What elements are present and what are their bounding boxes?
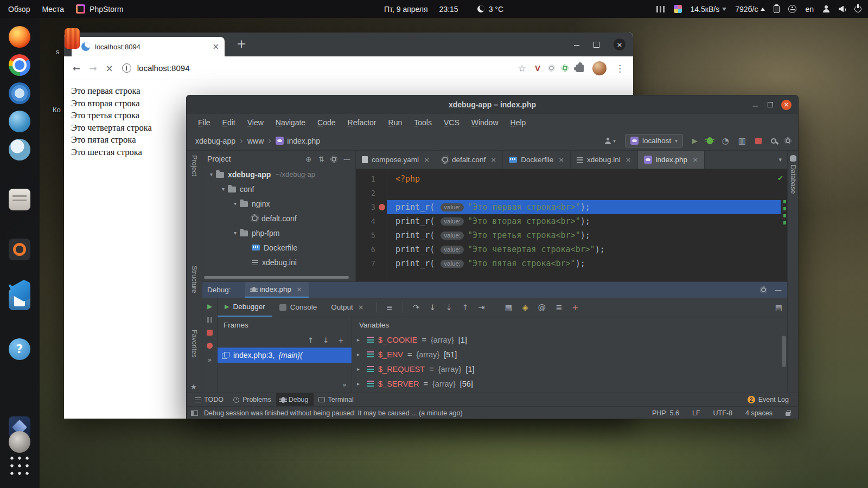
- collapse-chevron-icon[interactable]: ▸: [357, 337, 362, 343]
- tab-close-icon[interactable]: ×: [424, 156, 430, 164]
- locate-file-icon[interactable]: ⊕: [305, 155, 311, 163]
- debug-button[interactable]: [707, 137, 713, 144]
- threads-view-icon[interactable]: ≡: [386, 303, 393, 312]
- tab-close-icon[interactable]: ×: [626, 156, 631, 164]
- resume-button[interactable]: ▶: [207, 303, 212, 310]
- window-minimize-button[interactable]: –: [574, 42, 579, 47]
- power-icon[interactable]: [854, 5, 861, 12]
- output-tab[interactable]: Output ×: [324, 298, 371, 317]
- add-watch-icon[interactable]: +: [572, 303, 578, 312]
- inspections-ok-icon[interactable]: ✔: [777, 174, 783, 182]
- tab-close-icon[interactable]: ×: [692, 156, 698, 164]
- new-tab-button[interactable]: +: [233, 36, 250, 53]
- address-bar[interactable]: localhost:8094: [137, 63, 509, 73]
- step-over-icon[interactable]: ↷: [413, 303, 419, 312]
- expanded-chevron-icon[interactable]: ▾: [219, 186, 228, 192]
- code-line[interactable]: 6print_r( value:"Это четвертая строка<br…: [356, 242, 787, 256]
- next-frame-icon[interactable]: ↓: [323, 336, 329, 344]
- network-speed-up[interactable]: 792б/c: [735, 5, 765, 14]
- frames-more-icon[interactable]: »: [342, 381, 347, 389]
- collapse-chevron-icon[interactable]: ▸: [357, 351, 362, 357]
- step-into-icon[interactable]: ↓: [429, 303, 436, 312]
- tab-close-icon[interactable]: ×: [490, 156, 496, 164]
- window-close-button[interactable]: ×: [614, 38, 626, 50]
- event-log-button[interactable]: 2 Event Log: [743, 393, 794, 406]
- debug-settings-gear-icon[interactable]: [761, 287, 766, 292]
- code-line[interactable]: 2: [356, 186, 787, 200]
- code-line[interactable]: 7print_r( value:"Это пятая строка<br>");: [356, 256, 787, 271]
- help-icon[interactable]: [9, 338, 30, 360]
- chromium-icon[interactable]: [9, 82, 30, 104]
- debug-session-tab[interactable]: index.php ×: [245, 282, 309, 298]
- project-tree-item[interactable]: ▾conf: [202, 182, 355, 196]
- status-message[interactable]: Debug session was finished without being…: [204, 409, 463, 417]
- expanded-chevron-icon[interactable]: ▾: [207, 171, 216, 177]
- weather-indicator[interactable]: 3 °C: [477, 5, 503, 14]
- more-actions-icon[interactable]: »: [208, 356, 212, 364]
- variable-row[interactable]: ▸$_ENV={array}[51]: [352, 347, 781, 362]
- menu-item-window[interactable]: Window: [465, 118, 505, 127]
- toolwindow-debug-button[interactable]: Debug: [276, 393, 314, 406]
- window-maximize-button[interactable]: [593, 42, 599, 48]
- encoding-widget[interactable]: UTF-8: [713, 409, 732, 417]
- stop-loading-button[interactable]: ×: [106, 63, 113, 74]
- expand-collapse-icon[interactable]: ⇅: [318, 155, 324, 163]
- toolwindow-problems-button[interactable]: Problems: [228, 393, 276, 406]
- activities-button[interactable]: Обзор: [2, 0, 36, 18]
- variable-row[interactable]: ▸$_COOKIE={array}[1]: [352, 332, 781, 347]
- lock-icon[interactable]: [786, 412, 790, 416]
- stack-frame-row[interactable]: index.php:3, {main}(: [218, 348, 352, 363]
- add-icon[interactable]: +: [338, 336, 344, 344]
- network-speed-down[interactable]: 14.5кВ/s: [691, 5, 727, 14]
- editor-tab-defalt.conf[interactable]: defalt.conf×: [436, 151, 503, 169]
- tab-close-icon[interactable]: ×: [212, 42, 219, 52]
- expanded-chevron-icon[interactable]: ▾: [231, 201, 240, 207]
- panel-settings-icon[interactable]: [331, 157, 336, 162]
- menu-item-edit[interactable]: Edit: [216, 118, 241, 127]
- run-button[interactable]: ▶: [692, 137, 698, 145]
- firefox-icon[interactable]: [9, 26, 30, 48]
- clock-menu[interactable]: Пт, 9 апреля 23:15: [378, 0, 464, 18]
- toolwindow-project-button[interactable]: Project: [190, 155, 198, 176]
- accessibility-icon[interactable]: [788, 5, 796, 13]
- volume-icon[interactable]: [839, 6, 846, 12]
- line-ending-widget[interactable]: LF: [692, 409, 700, 417]
- toolwindow-terminal-button[interactable]: Terminal: [314, 393, 359, 406]
- hide-panel-icon[interactable]: —: [343, 155, 350, 163]
- coverage-button[interactable]: ◔: [722, 136, 729, 146]
- breadcrumb-item[interactable]: xdebug-app: [195, 137, 235, 145]
- profile-avatar[interactable]: [592, 61, 607, 75]
- search-everywhere-icon[interactable]: [771, 138, 776, 144]
- code-line[interactable]: 4print_r( value:"Это вторая строка<br>")…: [356, 214, 787, 228]
- toolwindow-switcher-icon[interactable]: [191, 410, 198, 416]
- breadcrumb-item[interactable]: index.php: [287, 137, 320, 145]
- project-tree-item[interactable]: xdebug.ini: [202, 255, 355, 269]
- system-monitor-icon[interactable]: [656, 6, 665, 12]
- toolwindow-structure-button[interactable]: Structure: [190, 266, 198, 293]
- ide-maximize-button[interactable]: [768, 102, 773, 107]
- project-tree-item[interactable]: defalt.conf: [202, 211, 355, 226]
- output-close-icon[interactable]: ×: [358, 303, 364, 311]
- desktop-shortcut-icon[interactable]: [65, 28, 80, 49]
- gimp-icon[interactable]: [9, 431, 30, 453]
- extension-green-icon[interactable]: [563, 66, 567, 70]
- menu-item-vcs[interactable]: VCS: [438, 118, 465, 127]
- extension-gear-icon[interactable]: [549, 66, 554, 70]
- toolwindow-favorites-button[interactable]: Favorites: [190, 330, 198, 357]
- editor-tab-compose.yaml[interactable]: compose.yaml×: [356, 151, 436, 169]
- layout-settings-icon[interactable]: ▤: [775, 303, 782, 312]
- menu-item-navigate[interactable]: Navigate: [270, 118, 311, 127]
- extensions-puzzle-icon[interactable]: [576, 65, 584, 72]
- indent-widget[interactable]: 4 spaces: [745, 409, 773, 417]
- show-values-icon[interactable]: ≣: [556, 303, 562, 312]
- step-out-icon[interactable]: ↑: [462, 303, 468, 312]
- php-version-widget[interactable]: PHP: 5.6: [652, 409, 679, 417]
- mail-icon[interactable]: [9, 139, 30, 160]
- tab-close-icon[interactable]: ×: [558, 156, 564, 164]
- site-info-icon[interactable]: [122, 63, 131, 73]
- browser-tab[interactable]: localhost:8094 ×: [72, 37, 225, 56]
- clipboard-icon[interactable]: [774, 5, 780, 13]
- toolwindow-todo-button[interactable]: TODO: [190, 393, 228, 406]
- breakpoint-icon[interactable]: [379, 204, 385, 210]
- editor-tab-xdebug.ini[interactable]: xdebug.ini×: [571, 151, 637, 169]
